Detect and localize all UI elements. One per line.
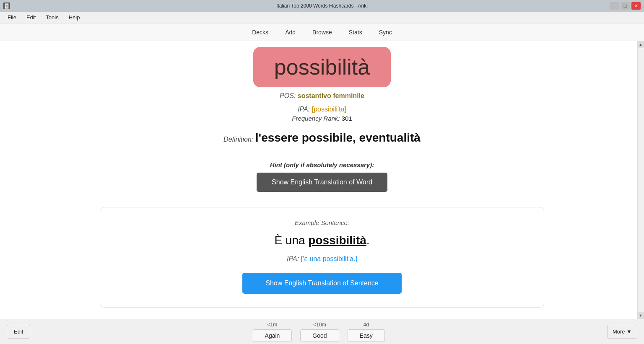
word-text: possibilità (274, 55, 370, 79)
sentence-ipa-line: IPA: ['ɛ una possibilit'a.] (287, 255, 357, 263)
nav-stats[interactable]: Stats (347, 26, 364, 38)
good-button[interactable]: Good (300, 329, 339, 342)
sentence-text: È una possibilità. (274, 234, 369, 247)
word-badge: possibilità (253, 47, 391, 87)
pos-line: POS: sostantivo femminile (280, 92, 364, 100)
scrollbar-track[interactable]: ▲ ▼ (637, 41, 644, 319)
sentence-after: . (366, 234, 370, 247)
answer-good-group: <10m Good (300, 322, 339, 342)
menu-help[interactable]: Help (65, 13, 84, 22)
show-sentence-translation-button[interactable]: Show English Translation of Sentence (242, 273, 402, 294)
pos-value: sostantivo femminile (298, 92, 364, 99)
edit-button[interactable]: Edit (7, 325, 30, 339)
again-button[interactable]: Again (253, 329, 292, 342)
sentence-ipa-value: ['ɛ una possibilit'a.] (301, 255, 357, 262)
easy-button[interactable]: Easy (348, 329, 385, 342)
main-content: ▲ ▼ possibilità POS: sostantivo femminil… (0, 41, 644, 319)
answer-easy-group: 4d Easy (348, 322, 385, 342)
window-title: Italian Top 2000 Words Flashcards - Anki (276, 3, 368, 9)
ipa-line: IPA: [possibili'ta] (298, 106, 346, 113)
title-bar-left: 🃏 (3, 3, 10, 9)
example-label: Example Sentence: (295, 219, 349, 226)
answer-again-group: <1m Again (253, 322, 292, 342)
freq-label: Frequency Rank: (292, 115, 340, 122)
nav-bar: Decks Add Browse Stats Sync (0, 23, 644, 41)
close-button[interactable]: ✕ (631, 2, 641, 10)
more-button[interactable]: More ▼ (607, 325, 637, 339)
definition-container: Definition: l'essere possibile, eventual… (223, 131, 421, 145)
pos-label: POS: (280, 92, 296, 99)
good-time: <10m (313, 322, 326, 328)
nav-decks[interactable]: Decks (250, 26, 270, 38)
ipa-value: [possibili'ta] (312, 106, 346, 113)
ipa-label: IPA: (298, 106, 310, 113)
nav-browse[interactable]: Browse (311, 26, 334, 38)
scrollbar-arrow-up[interactable]: ▲ (637, 41, 644, 48)
bottom-bar: Edit <1m Again <10m Good 4d Easy More ▼ (0, 319, 644, 344)
easy-time: 4d (363, 322, 369, 328)
sentence-word: possibilità (308, 234, 366, 247)
freq-value: 301 (342, 115, 352, 122)
app-icon: 🃏 (3, 3, 10, 9)
nav-add[interactable]: Add (283, 26, 297, 38)
freq-line: Frequency Rank: 301 (292, 115, 352, 122)
answer-buttons: <1m Again <10m Good 4d Easy (30, 322, 607, 342)
nav-sync[interactable]: Sync (377, 26, 394, 38)
window-controls: − □ ✕ (610, 2, 641, 10)
menu-file[interactable]: File (3, 13, 21, 22)
title-bar: 🃏 Italian Top 2000 Words Flashcards - An… (0, 0, 644, 12)
again-time: <1m (267, 322, 278, 328)
definition-value: l'essere possibile, eventualità (255, 131, 421, 144)
definition-label: Definition: (223, 136, 253, 143)
hint-label: Hint (only if absolutely necessary): (270, 161, 374, 168)
scrollbar-arrow-down[interactable]: ▼ (637, 312, 644, 319)
sentence-before: È una (274, 234, 308, 247)
menu-edit[interactable]: Edit (22, 13, 40, 22)
sentence-ipa-label: IPA: (287, 255, 299, 262)
sentence-card: Example Sentence: È una possibilità. IPA… (100, 207, 544, 308)
minimize-button[interactable]: − (610, 2, 619, 10)
menu-bar: File Edit Tools Help (0, 12, 644, 23)
menu-tools[interactable]: Tools (42, 13, 62, 22)
maximize-button[interactable]: □ (621, 2, 630, 10)
show-word-translation-button[interactable]: Show English Translation of Word (257, 173, 387, 192)
